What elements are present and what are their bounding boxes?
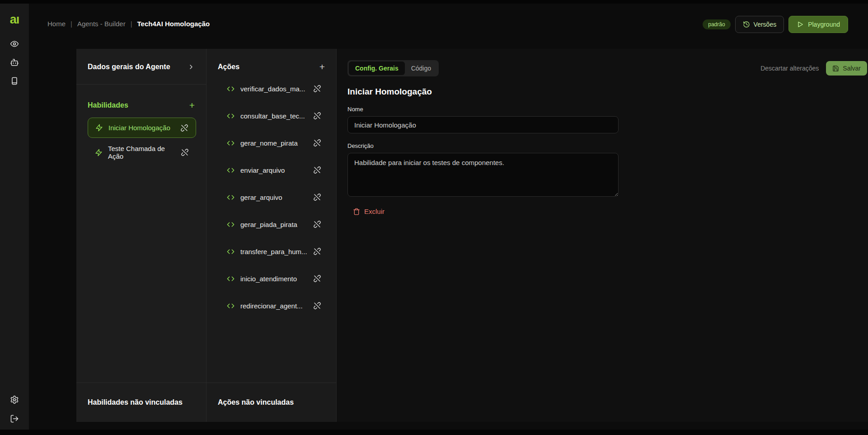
topbar-actions: padrão Versões Playground (703, 15, 848, 33)
actions-list: verificar_dados_ma... consultar_base_tec… (206, 75, 336, 319)
actions-panel: Ações + verificar_dados_ma... consultar_… (206, 49, 337, 422)
save-label: Salvar (843, 65, 861, 72)
config-tabs: Config. Gerais Código (347, 60, 439, 76)
playground-label: Playground (808, 21, 840, 28)
unlink-icon[interactable] (313, 247, 321, 255)
notebook-icon[interactable] (10, 76, 19, 85)
breadcrumb-current: Tech4AI Homologação (137, 20, 210, 28)
unlink-icon[interactable] (313, 166, 321, 174)
action-item[interactable]: enviar_arquivo (206, 156, 336, 184)
action-label: redirecionar_agent... (240, 302, 303, 310)
skills-header-row: Habilidades + (88, 100, 195, 111)
history-icon (743, 21, 750, 28)
save-icon (832, 65, 839, 72)
general-data-header: Dados gerais do Agente (88, 63, 170, 71)
actions-header: Ações (218, 63, 239, 71)
skills-panel: Dados gerais do Agente Habilidades + Ini… (76, 49, 206, 422)
name-label: Nome (347, 106, 868, 113)
unlink-icon[interactable] (180, 124, 188, 132)
trash-icon (353, 208, 360, 215)
config-panel: Config. Gerais Código Descartar alteraçõ… (337, 49, 868, 422)
tab-codigo[interactable]: Código (405, 61, 437, 75)
main-area: Home | Agents - Builder | Tech4AI Homolo… (29, 4, 868, 430)
zap-icon (95, 124, 103, 132)
code-icon (227, 85, 235, 93)
breadcrumb-separator: | (70, 20, 72, 28)
sidebar-nav (10, 39, 19, 85)
zap-icon (95, 149, 103, 156)
versions-button[interactable]: Versões (735, 16, 784, 33)
playground-button[interactable]: Playground (788, 16, 848, 33)
action-label: verificar_dados_ma... (240, 85, 305, 93)
skill-item[interactable]: Teste Chamada de Ação (88, 146, 196, 159)
sidebar-bottom (10, 395, 19, 423)
skill-item-selected[interactable]: Iniciar Homologação (88, 118, 196, 138)
unlink-icon[interactable] (313, 274, 321, 283)
general-data-row[interactable]: Dados gerais do Agente (88, 61, 195, 72)
unlink-icon[interactable] (313, 139, 321, 147)
action-item[interactable]: consultar_base_tec... (206, 102, 336, 129)
code-icon (227, 194, 235, 201)
add-action-button[interactable]: + (319, 62, 325, 71)
robot-icon[interactable] (10, 58, 19, 67)
code-icon (227, 166, 235, 174)
action-label: gerar_arquivo (240, 194, 282, 201)
action-item[interactable]: redirecionar_agent... (206, 292, 336, 319)
config-toolbar: Config. Gerais Código Descartar alteraçõ… (347, 60, 867, 76)
app-window: aı Home | Agents - Build (0, 0, 868, 435)
code-icon (227, 221, 235, 228)
action-item[interactable]: gerar_piada_pirata (206, 211, 336, 238)
skill-title: Iniciar Homologação (347, 87, 868, 97)
eye-icon[interactable] (10, 39, 19, 48)
actions-header-row: Ações + (218, 61, 325, 72)
action-item[interactable]: transfere_para_hum... (206, 238, 336, 265)
breadcrumb: Home | Agents - Builder | Tech4AI Homolo… (47, 20, 210, 28)
code-icon (227, 139, 235, 147)
unlink-icon[interactable] (313, 112, 321, 120)
unlink-icon[interactable] (181, 148, 189, 156)
action-label: gerar_nome_pirata (240, 139, 298, 147)
versions-label: Versões (754, 21, 777, 28)
code-icon (227, 112, 235, 120)
delete-label: Excluir (364, 208, 385, 215)
skill-label: Teste Chamada de Ação (108, 145, 175, 160)
delete-button[interactable]: Excluir (353, 208, 385, 215)
action-label: enviar_arquivo (240, 166, 285, 174)
gear-icon[interactable] (10, 395, 19, 404)
discard-changes-button[interactable]: Descartar alterações (760, 65, 819, 72)
save-button[interactable]: Salvar (826, 61, 867, 76)
breadcrumb-home[interactable]: Home (47, 20, 66, 28)
action-item[interactable]: gerar_arquivo (206, 184, 336, 211)
unlink-icon[interactable] (313, 220, 321, 228)
code-icon (227, 275, 235, 283)
code-icon (227, 248, 235, 255)
unlink-icon[interactable] (313, 193, 321, 201)
add-skill-button[interactable]: + (189, 101, 195, 110)
action-label: consultar_base_tec... (240, 112, 305, 120)
config-toolbar-right: Descartar alterações Salvar (760, 61, 867, 76)
breadcrumb-separator: | (131, 20, 132, 28)
action-item[interactable]: gerar_nome_pirata (206, 129, 336, 156)
unlinked-skills-header: Habilidades não vinculadas (76, 383, 206, 422)
breadcrumb-agents-builder[interactable]: Agents - Builder (77, 20, 126, 28)
action-label: inicio_atendimento (240, 275, 297, 283)
logout-icon[interactable] (10, 414, 19, 423)
chevron-right-icon[interactable] (188, 63, 195, 71)
name-input[interactable] (347, 116, 619, 133)
action-label: gerar_piada_pirata (240, 221, 297, 228)
app-logo[interactable]: aı (10, 13, 19, 27)
tab-config-gerais[interactable]: Config. Gerais (349, 61, 405, 75)
unlinked-actions-header: Ações não vinculadas (206, 383, 336, 422)
action-label: transfere_para_hum... (240, 248, 307, 255)
description-textarea[interactable]: Habilidade para iniciar os testes de com… (347, 153, 619, 197)
action-item[interactable]: inicio_atendimento (206, 265, 336, 292)
skill-label: Iniciar Homologação (108, 124, 170, 132)
panel-divider (76, 84, 206, 85)
description-label: Descrição (347, 142, 868, 149)
unlink-icon[interactable] (313, 85, 321, 93)
sidebar: aı (0, 4, 29, 430)
action-item[interactable]: verificar_dados_ma... (206, 75, 336, 102)
unlink-icon[interactable] (313, 302, 321, 310)
play-icon (797, 21, 804, 28)
default-badge: padrão (703, 19, 730, 29)
